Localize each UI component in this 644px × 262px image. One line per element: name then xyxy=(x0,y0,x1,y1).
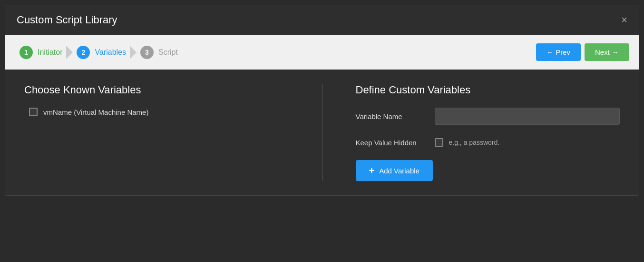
left-panel: Choose Known Variables vmName (Virtual M… xyxy=(24,84,289,181)
vmname-row[interactable]: vmName (Virtual Machine Name) xyxy=(29,108,289,116)
modal-title: Custom Script Library xyxy=(17,14,117,26)
step-label-1: Initiator xyxy=(38,48,62,57)
step-number-2: 2 xyxy=(77,46,90,59)
step-label-2: Variables xyxy=(95,48,126,57)
wizard-step-2[interactable]: 2 Variables xyxy=(72,46,136,59)
keep-hidden-row: Keep Value Hidden e.g., a password. xyxy=(356,138,620,147)
close-button[interactable]: × xyxy=(621,15,627,25)
variable-name-input[interactable] xyxy=(435,108,620,125)
keep-hidden-label: Keep Value Hidden xyxy=(356,139,427,147)
wizard-bar: 1 Initiator 2 Variables 3 Script ← Prev … xyxy=(5,35,639,70)
vertical-divider xyxy=(322,84,322,181)
modal-header: Custom Script Library × xyxy=(5,5,639,35)
right-panel: Define Custom Variables Variable Name Ke… xyxy=(356,84,620,181)
modal-container: Custom Script Library × 1 Initiator 2 Va… xyxy=(5,5,639,196)
vmname-checkbox[interactable] xyxy=(29,108,38,116)
step-number-3: 3 xyxy=(140,46,154,59)
hidden-checkbox-row: e.g., a password. xyxy=(435,138,500,147)
add-plus-icon: + xyxy=(369,166,375,175)
custom-variables-title: Define Custom Variables xyxy=(356,84,620,96)
add-variable-button[interactable]: + Add Variable xyxy=(356,160,433,181)
vmname-label: vmName (Virtual Machine Name) xyxy=(43,108,148,116)
wizard-step-3[interactable]: 3 Script xyxy=(136,46,187,59)
prev-button[interactable]: ← Prev xyxy=(536,43,581,61)
modal-body: Choose Known Variables vmName (Virtual M… xyxy=(5,70,639,195)
wizard-step-1[interactable]: 1 Initiator xyxy=(15,46,72,59)
step-label-3: Script xyxy=(158,48,178,57)
keep-hidden-checkbox[interactable] xyxy=(435,138,443,147)
wizard-steps: 1 Initiator 2 Variables 3 Script xyxy=(15,46,187,59)
variable-name-row: Variable Name xyxy=(356,108,620,125)
known-variables-title: Choose Known Variables xyxy=(24,84,289,96)
wizard-buttons: ← Prev Next → xyxy=(536,43,629,61)
keep-hidden-hint: e.g., a password. xyxy=(449,139,500,146)
step-number-1: 1 xyxy=(20,46,33,59)
next-button[interactable]: Next → xyxy=(585,43,629,61)
variable-name-label: Variable Name xyxy=(356,112,427,121)
add-variable-label: Add Variable xyxy=(379,167,420,175)
